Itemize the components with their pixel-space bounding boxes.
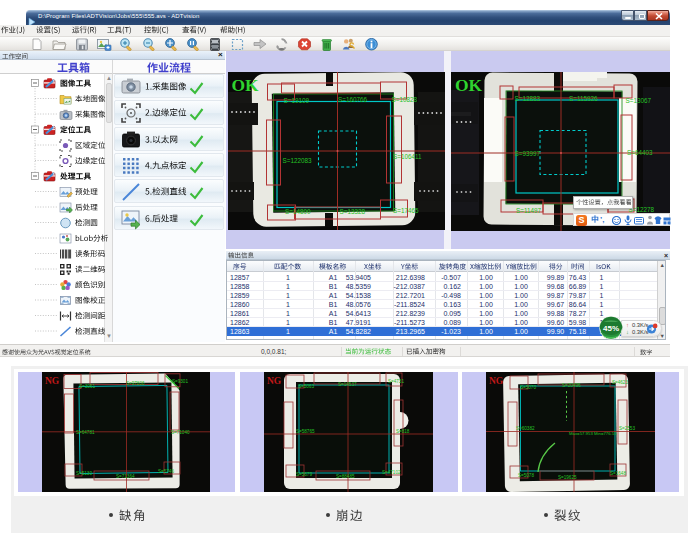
svg-text:S=4623: S=4623 [612,380,628,385]
svg-text:S=10828: S=10828 [391,96,417,103]
svg-text:S=64781: S=64781 [76,430,95,435]
svg-text:NG: NG [489,376,504,386]
svg-text:S=818: S=818 [396,429,410,434]
svg-text:S=5078: S=5078 [518,473,534,478]
svg-text:S=71364: S=71364 [116,474,135,479]
svg-text:S=5070: S=5070 [520,385,536,390]
svg-text:Max=57.953 Min=776.55: Max=57.953 Min=776.55 [569,431,617,436]
svg-text:S=115926: S=115926 [569,95,598,102]
svg-text:S=19109: S=19109 [283,97,309,104]
svg-text:S=3061: S=3061 [79,384,95,389]
svg-text:S=1648: S=1648 [610,471,626,476]
svg-text:S=2553: S=2553 [619,426,635,431]
svg-text:S=13067: S=13067 [626,97,652,104]
svg-text:S=5130: S=5130 [76,471,92,476]
svg-text:45%: 45% [603,324,619,333]
svg-text:NG: NG [267,376,282,386]
svg-text:S=9301: S=9301 [172,379,188,384]
svg-text:S=17465: S=17465 [393,207,419,214]
svg-text:S=88485: S=88485 [336,474,355,479]
svg-text:S=13328: S=13328 [339,208,365,215]
svg-text:S=58765: S=58765 [296,429,315,434]
svg-text:S=5679: S=5679 [296,472,312,477]
svg-text:S=20496: S=20496 [562,383,581,388]
svg-text:S=93997: S=93997 [515,150,541,157]
svg-text:S=47102: S=47102 [382,470,401,475]
svg-text:S=71040: S=71040 [171,430,190,435]
svg-text:S=106411: S=106411 [393,153,422,160]
svg-text:S=64403: S=64403 [627,149,653,156]
svg-text:S=12883: S=12883 [515,95,541,102]
svg-text:S=60382: S=60382 [516,426,535,431]
svg-text:S=5746: S=5746 [158,469,174,474]
svg-text:S=122083: S=122083 [282,157,311,164]
svg-text:OK: OK [455,75,483,95]
svg-text:OK: OK [231,75,259,95]
svg-text:S=14537: S=14537 [338,382,357,387]
svg-text:S=14800: S=14800 [285,208,311,215]
svg-text:S=97806: S=97806 [126,381,145,386]
svg-text:S=11497: S=11497 [516,207,541,214]
svg-text:S=5063: S=5063 [298,384,314,389]
svg-text:S=4731: S=4731 [388,379,404,384]
svg-text:S=160766: S=160766 [338,96,367,103]
svg-text:NG: NG [45,376,60,386]
svg-text:S=19625: S=19625 [558,475,577,480]
